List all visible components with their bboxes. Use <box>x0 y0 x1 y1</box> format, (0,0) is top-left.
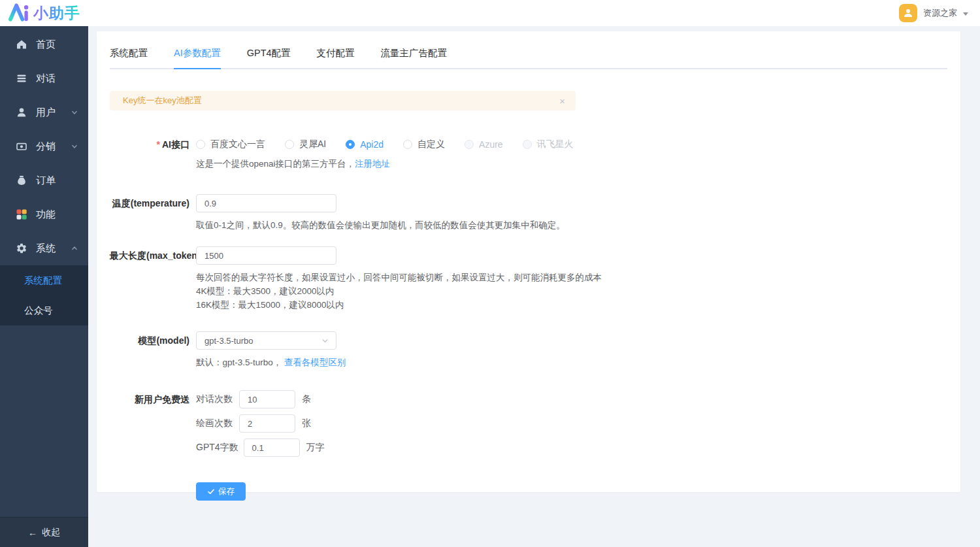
ai-interface-label: *AI接口 <box>110 138 196 151</box>
close-icon[interactable]: × <box>559 96 565 106</box>
radio-checked-icon <box>346 140 355 149</box>
warning-alert: Key统一在key池配置 × <box>110 91 576 110</box>
temperature-label: 温度(temperature) <box>110 194 196 212</box>
ai-interface-options: 百度文心一言 灵犀AI Api2d 自定义 <box>196 138 947 151</box>
free-quota-row: 新用户免费送 对话次数 条 绘画次数 张 GPT4字数 <box>110 390 947 463</box>
quota-gpt4-input[interactable] <box>244 439 300 457</box>
radio-baidu-wenxin[interactable]: 百度文心一言 <box>196 139 265 150</box>
quota-draw-unit: 张 <box>302 418 311 429</box>
submenu-item-label: 公众号 <box>24 305 53 317</box>
model-help: 默认：gpt-3.5-turbo， 查看各模型区别 <box>196 356 947 369</box>
user-name: 资源之家 <box>923 7 957 19</box>
chevron-down-icon <box>963 12 968 16</box>
sidebar-item-home[interactable]: 首页 <box>0 27 88 61</box>
sidebar-collapse-button[interactable]: ← 收起 <box>0 517 88 547</box>
model-label: 模型(model) <box>110 331 196 350</box>
max-tokens-label: 最大长度(max_tokens) <box>110 246 196 265</box>
sidebar-item-orders[interactable]: 订单 <box>0 163 88 197</box>
radio-disabled-icon <box>523 140 532 149</box>
sidebar-item-users[interactable]: 用户 <box>0 95 88 129</box>
sidebar-item-system[interactable]: 系统 <box>0 231 88 265</box>
ai-interface-help: 这是一个提供openai接口的第三方平台，注册地址 <box>196 157 947 171</box>
tab-traffic-ads-config[interactable]: 流量主广告配置 <box>381 47 448 68</box>
radio-icon <box>285 140 294 149</box>
chevron-down-icon <box>70 142 79 151</box>
chevron-up-icon <box>70 244 79 253</box>
tab-payment-config[interactable]: 支付配置 <box>317 47 355 68</box>
save-row: 保存 <box>110 482 947 501</box>
model-select[interactable]: gpt-3.5-turbo <box>196 331 336 350</box>
quota-draw-label: 绘画次数 <box>196 418 234 429</box>
user-avatar-icon <box>899 4 917 22</box>
arrow-left-icon: ← <box>28 527 37 538</box>
model-diff-link[interactable]: 查看各模型区别 <box>284 357 346 367</box>
temperature-input[interactable] <box>196 194 336 212</box>
check-icon <box>207 488 215 495</box>
chevron-down-icon <box>70 108 79 117</box>
radio-azure: Azure <box>465 139 503 150</box>
radio-lingxi-ai[interactable]: 灵犀AI <box>285 139 326 150</box>
features-grid-icon <box>16 208 27 220</box>
sidebar-item-chat[interactable]: 对话 <box>0 61 88 95</box>
radio-xunfei-spark: 讯飞星火 <box>523 139 574 150</box>
tab-ai-params[interactable]: AI参数配置 <box>174 47 221 68</box>
app-title: 小助手 <box>33 3 80 24</box>
sidebar-menu: 首页 对话 用户 <box>0 26 88 325</box>
register-link[interactable]: 注册地址 <box>355 159 390 169</box>
sidebar-item-label: 功能 <box>36 208 56 221</box>
sidebar: 首页 对话 用户 <box>0 26 88 547</box>
sidebar-item-label: 系统 <box>36 242 56 255</box>
save-button[interactable]: 保存 <box>196 482 246 501</box>
money-bag-icon <box>16 174 27 186</box>
tab-system-config[interactable]: 系统配置 <box>110 47 148 68</box>
max-tokens-help: 每次回答的最大字符长度，如果设置过小，回答中间可能被切断，如果设置过大，则可能消… <box>196 271 947 312</box>
model-row: 模型(model) gpt-3.5-turbo 默认：gpt-3.5-turbo… <box>110 331 947 369</box>
user-menu[interactable]: 资源之家 <box>899 4 968 22</box>
user-icon <box>16 107 27 118</box>
quota-gpt4-label: GPT4字数 <box>196 442 238 454</box>
quota-chat-unit: 条 <box>302 393 311 405</box>
chevron-down-icon <box>321 337 329 345</box>
top-header: 小助手 资源之家 <box>0 0 980 26</box>
quota-draw-input[interactable] <box>239 414 295 433</box>
chat-list-icon <box>16 73 27 84</box>
alert-text: Key统一在key池配置 <box>123 95 202 107</box>
ai-params-form: *AI接口 百度文心一言 灵犀AI A <box>110 138 947 501</box>
ai-interface-row: *AI接口 百度文心一言 灵犀AI A <box>110 138 947 171</box>
radio-api2d[interactable]: Api2d <box>346 139 384 150</box>
gear-icon <box>16 242 27 254</box>
quota-gpt4-row: GPT4字数 万字 <box>196 439 947 457</box>
submenu-item-label: 系统配置 <box>24 274 62 287</box>
quota-chat-row: 对话次数 条 <box>196 390 947 408</box>
sidebar-item-label: 用户 <box>36 107 56 119</box>
sidebar-item-label: 订单 <box>36 174 56 187</box>
radio-icon <box>403 140 412 149</box>
model-select-value: gpt-3.5-turbo <box>204 336 253 346</box>
settings-tabs: 系统配置 AI参数配置 GPT4配置 支付配置 流量主广告配置 <box>110 47 947 69</box>
sidebar-subitem-system-config[interactable]: 系统配置 <box>0 265 88 295</box>
temperature-row: 温度(temperature) 取值0-1之间，默认0.9。较高的数值会使输出更… <box>110 194 947 232</box>
sidebar-subitem-official-account[interactable]: 公众号 <box>0 295 88 325</box>
collapse-label: 收起 <box>42 527 60 539</box>
sidebar-item-label: 分销 <box>36 141 56 153</box>
sidebar-item-label: 对话 <box>36 73 56 85</box>
quota-chat-input[interactable] <box>239 390 295 408</box>
sidebar-item-label: 首页 <box>36 39 56 51</box>
radio-custom[interactable]: 自定义 <box>403 139 445 150</box>
quota-gpt4-unit: 万字 <box>306 442 325 454</box>
app-logo[interactable]: 小助手 <box>8 3 80 24</box>
home-icon <box>16 39 27 50</box>
tab-gpt4-config[interactable]: GPT4配置 <box>247 47 291 68</box>
max-tokens-row: 最大长度(max_tokens) 每次回答的最大字符长度，如果设置过小，回答中间… <box>110 246 947 312</box>
free-quota-label: 新用户免费送 <box>110 390 196 408</box>
settings-card: 系统配置 AI参数配置 GPT4配置 支付配置 流量主广告配置 Key统一在ke… <box>97 31 960 492</box>
sidebar-item-distribution[interactable]: 分销 <box>0 129 88 163</box>
temperature-help: 取值0-1之间，默认0.9。较高的数值会使输出更加随机，而较低的数值会使其更加集… <box>196 218 947 232</box>
quota-chat-label: 对话次数 <box>196 393 234 405</box>
ai-logo-icon <box>8 3 29 24</box>
max-tokens-input[interactable] <box>196 246 336 265</box>
main-content: 系统配置 AI参数配置 GPT4配置 支付配置 流量主广告配置 Key统一在ke… <box>88 26 980 547</box>
radio-disabled-icon <box>465 140 474 149</box>
sidebar-item-features[interactable]: 功能 <box>0 197 88 231</box>
radio-icon <box>196 140 205 149</box>
